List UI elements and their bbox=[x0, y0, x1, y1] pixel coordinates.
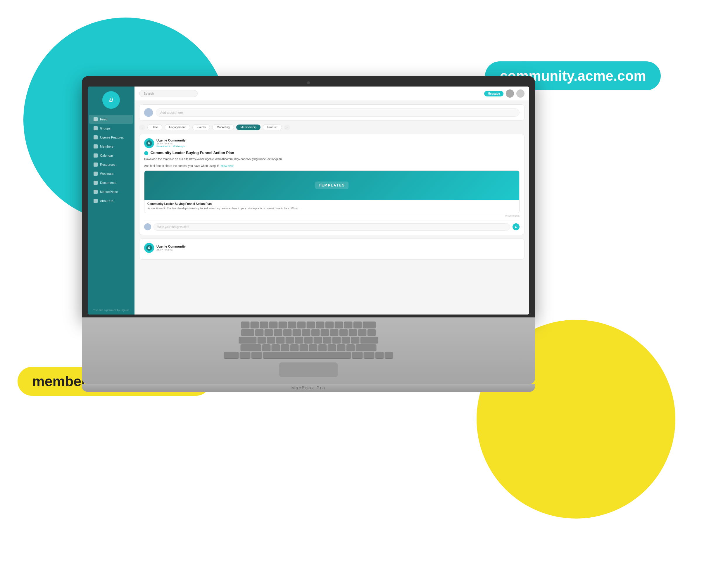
link-preview-body-1: Community Leader Buying Funnel Action Pl… bbox=[145, 200, 519, 213]
calendar-icon bbox=[94, 154, 98, 158]
user-avatar-2[interactable] bbox=[516, 89, 524, 98]
post-body-text-2: And feel free to share the content you h… bbox=[144, 164, 219, 167]
key-space bbox=[263, 352, 351, 358]
key-row-5 bbox=[224, 352, 393, 358]
key-alt-r bbox=[364, 352, 374, 358]
post-title-1: Community Leader Buying Funnel Action Pl… bbox=[144, 151, 520, 155]
post-body-2: And feel free to share the content you h… bbox=[144, 164, 520, 168]
message-button[interactable]: Message bbox=[484, 91, 503, 97]
key bbox=[346, 344, 355, 351]
sidebar-item-marketplace[interactable]: MarketPlace bbox=[89, 187, 133, 196]
post-card-2: ü Ugenie Community 28.07 no ama bbox=[139, 238, 524, 260]
key bbox=[318, 344, 327, 351]
filter-prev-button[interactable]: ‹ bbox=[139, 125, 145, 130]
key-caps bbox=[239, 337, 256, 343]
post-time-2: 28.07 no ama bbox=[156, 248, 520, 251]
sidebar-item-members[interactable]: Members bbox=[89, 142, 133, 151]
sidebar-logo: ü bbox=[102, 91, 120, 109]
sidebar-label-members: Members bbox=[100, 145, 113, 148]
post-meta-1: Ugenie Community 28.07 no ama Broadcast … bbox=[156, 138, 520, 148]
key bbox=[354, 321, 362, 328]
user-avatar-1[interactable] bbox=[506, 89, 514, 98]
sidebar-item-resources[interactable]: Resources bbox=[89, 160, 133, 169]
members-icon bbox=[94, 145, 98, 149]
sidebar-label-feed: Feed bbox=[100, 117, 107, 121]
sidebar-powered-by: This site is powered by Ugenie bbox=[90, 306, 132, 315]
link-preview-1: TEMPLATES Community Leader Buying Funnel… bbox=[144, 171, 520, 213]
search-input[interactable]: Search bbox=[139, 90, 198, 97]
key bbox=[344, 321, 352, 328]
sidebar-item-webinars[interactable]: Webinars bbox=[89, 169, 133, 178]
sidebar-nav: Feed Groups Ugenie Features Members bbox=[88, 114, 134, 206]
post-author-2: Ugenie Community bbox=[156, 245, 520, 248]
sidebar-label-marketplace: MarketPlace bbox=[100, 190, 118, 193]
key bbox=[274, 329, 282, 336]
filter-product[interactable]: Product bbox=[263, 124, 282, 130]
show-more-link[interactable]: show more bbox=[221, 164, 234, 167]
sidebar-label-groups: Groups bbox=[100, 127, 110, 130]
sidebar-item-groups[interactable]: Groups bbox=[89, 124, 133, 133]
post-header-1: ü Ugenie Community 28.07 no ama Broadcas… bbox=[144, 138, 520, 148]
post-scope-1: Broadcast to: All Groups bbox=[156, 145, 520, 148]
key bbox=[267, 337, 275, 343]
key bbox=[367, 329, 376, 336]
filter-marketing[interactable]: Marketing bbox=[212, 124, 234, 130]
composer-avatar bbox=[144, 108, 153, 117]
sidebar-item-about[interactable]: About Us bbox=[89, 196, 133, 205]
feed-area: Add a post here ‹ Date Engagement Events… bbox=[134, 101, 529, 315]
filter-membership[interactable]: Membership bbox=[236, 125, 260, 130]
key bbox=[304, 337, 313, 343]
post-time-1: 28.07 no ama bbox=[156, 142, 520, 145]
comment-input-1[interactable]: Write your thoughts here bbox=[154, 223, 510, 231]
post-meta-2: Ugenie Community 28.07 no ama bbox=[156, 245, 520, 251]
key-backspace bbox=[363, 321, 376, 328]
key bbox=[342, 337, 350, 343]
sidebar-item-ugenie-features[interactable]: Ugenie Features bbox=[89, 133, 133, 142]
post-body-text-1: Download the template on our site https:… bbox=[144, 158, 282, 161]
sidebar-item-calendar[interactable]: Calendar bbox=[89, 151, 133, 160]
trackpad[interactable] bbox=[279, 363, 338, 377]
key-row-3 bbox=[239, 337, 378, 343]
key bbox=[337, 344, 345, 351]
link-preview-desc: As mentioned in The Membership Marketing… bbox=[147, 207, 516, 210]
filter-date[interactable]: Date bbox=[147, 124, 162, 130]
key bbox=[302, 329, 310, 336]
feed-icon bbox=[94, 117, 98, 121]
key-shift-l bbox=[241, 344, 261, 351]
time-text-1: 28.07 no ama bbox=[156, 142, 173, 145]
sidebar-label-documents: Documents bbox=[100, 181, 116, 184]
key-row-2 bbox=[241, 329, 376, 336]
laptop-camera bbox=[307, 81, 310, 84]
post-header-2: ü Ugenie Community 28.07 no ama bbox=[144, 243, 520, 253]
key-row-1 bbox=[241, 321, 376, 328]
key bbox=[293, 329, 301, 336]
sidebar-item-documents[interactable]: Documents bbox=[89, 178, 133, 187]
key-cmd-r bbox=[352, 352, 363, 358]
composer-input[interactable]: Add a post here bbox=[156, 108, 520, 116]
top-bar: Search Message bbox=[134, 86, 529, 101]
key-alt bbox=[240, 352, 250, 358]
key-ctrl bbox=[224, 352, 239, 358]
key bbox=[309, 344, 317, 351]
key bbox=[271, 344, 280, 351]
logo-letter: ü bbox=[109, 96, 113, 104]
key bbox=[265, 329, 273, 336]
comment-send-button-1[interactable]: ▶ bbox=[513, 223, 520, 230]
main-content: Search Message Add a post here bbox=[134, 86, 529, 315]
key-cmd-l bbox=[252, 352, 262, 358]
filter-next-button[interactable]: › bbox=[284, 125, 290, 130]
key bbox=[321, 329, 329, 336]
key-row-4 bbox=[241, 344, 376, 351]
filter-events[interactable]: Events bbox=[192, 124, 210, 130]
sidebar-label-calendar: Calendar bbox=[100, 154, 113, 157]
sidebar-item-feed[interactable]: Feed bbox=[89, 115, 133, 124]
key bbox=[326, 321, 334, 328]
key bbox=[328, 344, 336, 351]
post-title-text-1: Community Leader Buying Funnel Action Pl… bbox=[151, 151, 234, 155]
filter-engagement[interactable]: Engagement bbox=[164, 124, 190, 130]
key bbox=[283, 329, 291, 336]
key bbox=[288, 321, 296, 328]
laptop-keyboard bbox=[82, 317, 535, 384]
laptop-brand-label: MacBook Pro bbox=[291, 386, 326, 390]
link-preview-badge: TEMPLATES bbox=[315, 182, 348, 189]
